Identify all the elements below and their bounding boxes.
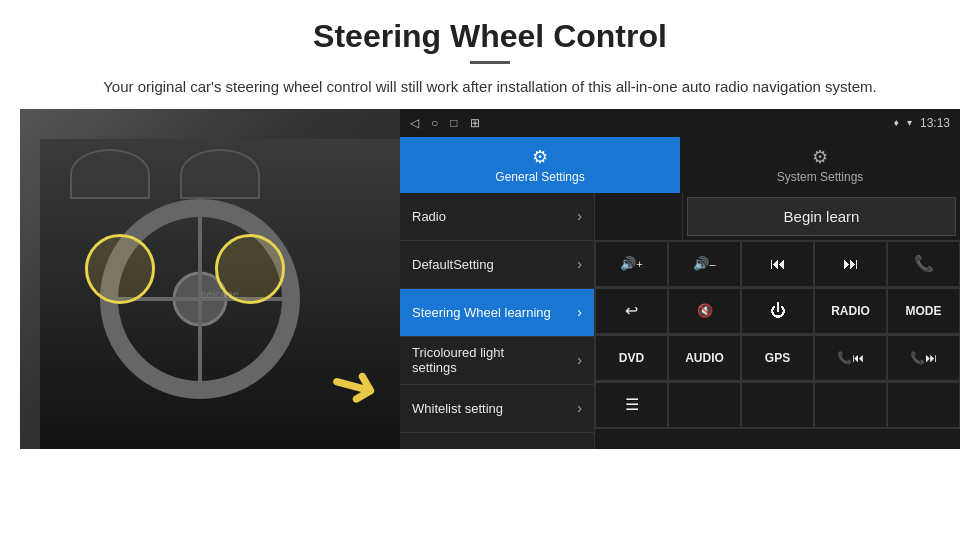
empty-cell-2 <box>741 382 814 428</box>
clock: 13:13 <box>920 116 950 130</box>
back-icon[interactable]: ◁ <box>410 116 419 130</box>
android-ui: ◁ ○ □ ⊞ ♦ ▾ 13:13 ⚙ General Settings ⚙ S… <box>400 109 960 449</box>
left-circle-highlight <box>85 234 155 304</box>
menu-default-chevron: › <box>577 256 582 272</box>
hangup-button[interactable]: ↩ <box>595 288 668 334</box>
page-title: Steering Wheel Control <box>60 18 920 55</box>
content-area: ➜ seicane ◁ ○ □ ⊞ ♦ ▾ 13:13 ⚙ <box>20 109 960 449</box>
status-bar-right: ♦ ▾ 13:13 <box>894 116 950 130</box>
dvd-label: DVD <box>619 351 644 365</box>
menu-whitelist-label: Whitelist setting <box>412 401 577 416</box>
begin-learn-label: Begin learn <box>784 208 860 225</box>
vol-up-icon: 🔊+ <box>620 256 642 271</box>
radio-button[interactable]: RADIO <box>814 288 887 334</box>
status-bar-left: ◁ ○ □ ⊞ <box>410 116 480 130</box>
call-prev-button[interactable]: 📞⏮ <box>814 335 887 381</box>
menu-item-tricoloured[interactable]: Tricoloured lightsettings › <box>400 337 594 385</box>
mute-icon: 🔇 <box>697 303 713 318</box>
next-button[interactable]: ⏭ <box>814 241 887 287</box>
menu-steering-label: Steering Wheel learning <box>412 305 577 320</box>
status-bar: ◁ ○ □ ⊞ ♦ ▾ 13:13 <box>400 109 960 137</box>
right-top-row: Begin learn <box>595 193 960 241</box>
menu-tricoloured-chevron: › <box>577 352 582 368</box>
call-icon: 📞 <box>914 254 934 273</box>
system-settings-icon: ⚙ <box>812 146 828 168</box>
menu-default-label: DefaultSetting <box>412 257 577 272</box>
right-panel: Begin learn 🔊+ 🔊– ⏮ ⏭ <box>595 193 960 449</box>
general-settings-icon: ⚙ <box>532 146 548 168</box>
audio-label: AUDIO <box>685 351 724 365</box>
control-row-3: DVD AUDIO GPS 📞⏮ 📞⏭ <box>595 335 960 382</box>
radio-label: RADIO <box>831 304 870 318</box>
left-menu: Radio › DefaultSetting › Steering Wheel … <box>400 193 595 449</box>
last-row: ☰ <box>595 382 960 429</box>
empty-cell-4 <box>887 382 960 428</box>
dvd-button[interactable]: DVD <box>595 335 668 381</box>
page-header: Steering Wheel Control Your original car… <box>0 0 980 109</box>
menu-item-whitelist[interactable]: Whitelist setting › <box>400 385 594 433</box>
page-subtitle: Your original car's steering wheel contr… <box>60 76 920 99</box>
tab-general-settings[interactable]: ⚙ General Settings <box>400 137 680 193</box>
car-image-bg: ➜ seicane <box>20 109 400 449</box>
call-next-icon: 📞⏭ <box>910 351 937 365</box>
prev-button[interactable]: ⏮ <box>741 241 814 287</box>
prev-icon: ⏮ <box>770 255 786 273</box>
menu-item-steering-wheel[interactable]: Steering Wheel learning › <box>400 289 594 337</box>
hangup-icon: ↩ <box>625 301 638 320</box>
call-next-button[interactable]: 📞⏭ <box>887 335 960 381</box>
location-icon: ♦ <box>894 117 899 128</box>
car-image: ➜ seicane <box>20 109 400 449</box>
control-row-2: ↩ 🔇 ⏻ RADIO MODE <box>595 288 960 335</box>
home-icon[interactable]: ○ <box>431 116 438 130</box>
next-icon: ⏭ <box>843 255 859 273</box>
empty-cell-1 <box>668 382 741 428</box>
vol-down-icon: 🔊– <box>693 256 715 271</box>
tab-system-label: System Settings <box>777 170 864 184</box>
audio-button[interactable]: AUDIO <box>668 335 741 381</box>
title-divider <box>470 61 510 64</box>
call-prev-icon: 📞⏮ <box>837 351 864 365</box>
right-circle-highlight <box>215 234 285 304</box>
menu-item-default-setting[interactable]: DefaultSetting › <box>400 241 594 289</box>
menu-radio-label: Radio <box>412 209 577 224</box>
mode-label: MODE <box>906 304 942 318</box>
gps-label: GPS <box>765 351 790 365</box>
menu-radio-chevron: › <box>577 208 582 224</box>
menu-tricoloured-label: Tricoloured lightsettings <box>412 345 577 375</box>
list-menu-button[interactable]: ☰ <box>595 382 668 428</box>
radio-slot <box>595 193 683 240</box>
empty-cell-3 <box>814 382 887 428</box>
wifi-icon: ▾ <box>907 117 912 128</box>
begin-learn-button[interactable]: Begin learn <box>687 197 956 236</box>
call-button[interactable]: 📞 <box>887 241 960 287</box>
mode-button[interactable]: MODE <box>887 288 960 334</box>
menu-steering-chevron: › <box>577 304 582 320</box>
menu-nav-icon[interactable]: ⊞ <box>470 116 480 130</box>
tab-bar: ⚙ General Settings ⚙ System Settings <box>400 137 960 193</box>
vol-up-button[interactable]: 🔊+ <box>595 241 668 287</box>
power-button[interactable]: ⏻ <box>741 288 814 334</box>
vol-down-button[interactable]: 🔊– <box>668 241 741 287</box>
android-main: Radio › DefaultSetting › Steering Wheel … <box>400 193 960 449</box>
control-row-1: 🔊+ 🔊– ⏮ ⏭ 📞 <box>595 241 960 288</box>
list-menu-icon: ☰ <box>625 395 639 414</box>
menu-item-radio[interactable]: Radio › <box>400 193 594 241</box>
mute-button[interactable]: 🔇 <box>668 288 741 334</box>
power-icon: ⏻ <box>770 302 786 320</box>
gps-button[interactable]: GPS <box>741 335 814 381</box>
recents-icon[interactable]: □ <box>450 116 457 130</box>
menu-whitelist-chevron: › <box>577 400 582 416</box>
tab-system-settings[interactable]: ⚙ System Settings <box>680 137 960 193</box>
tab-general-label: General Settings <box>495 170 584 184</box>
